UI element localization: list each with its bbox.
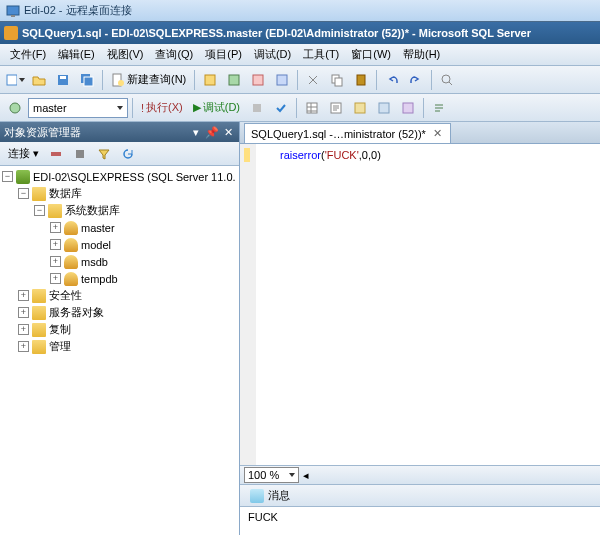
expand-icon[interactable]: + bbox=[50, 273, 61, 284]
menu-view[interactable]: 视图(V) bbox=[101, 45, 150, 64]
expand-icon[interactable]: + bbox=[50, 239, 61, 250]
tree-management-node[interactable]: + 管理 bbox=[2, 338, 237, 355]
database-selector[interactable]: master bbox=[28, 98, 128, 118]
toolbar-btn-1[interactable] bbox=[199, 69, 221, 91]
menu-file[interactable]: 文件(F) bbox=[4, 45, 52, 64]
app-titlebar: SQLQuery1.sql - EDI-02\SQLEXPRESS.master… bbox=[0, 22, 600, 44]
svg-rect-1 bbox=[11, 15, 15, 17]
new-query-button[interactable]: 新建查询(N) bbox=[107, 70, 190, 89]
change-connection-button[interactable] bbox=[4, 97, 26, 119]
menu-tools[interactable]: 工具(T) bbox=[297, 45, 345, 64]
save-button[interactable] bbox=[52, 69, 74, 91]
toolbar-btn-3[interactable] bbox=[247, 69, 269, 91]
menu-window[interactable]: 窗口(W) bbox=[345, 45, 397, 64]
folder-icon bbox=[32, 289, 46, 303]
svg-point-16 bbox=[442, 75, 450, 83]
expand-icon[interactable]: + bbox=[18, 324, 29, 335]
svg-point-17 bbox=[10, 103, 20, 113]
tree-db-master[interactable]: + master bbox=[2, 219, 237, 236]
debug-button[interactable]: ▶ 调试(D) bbox=[189, 98, 244, 117]
comment-button[interactable] bbox=[428, 97, 450, 119]
expand-icon[interactable]: + bbox=[50, 256, 61, 267]
collapse-icon[interactable]: − bbox=[34, 205, 45, 216]
pin-icon[interactable]: 📌 bbox=[205, 125, 219, 139]
object-explorer-toolbar: 连接 ▾ bbox=[0, 142, 239, 166]
menu-debug[interactable]: 调试(D) bbox=[248, 45, 297, 64]
zoom-dropdown-icon[interactable]: ◂ bbox=[299, 464, 313, 486]
svg-rect-9 bbox=[205, 75, 215, 85]
close-tab-icon[interactable]: ✕ bbox=[432, 128, 444, 140]
toolbar-btn-2[interactable] bbox=[223, 69, 245, 91]
svg-rect-14 bbox=[335, 78, 342, 86]
new-project-button[interactable] bbox=[4, 69, 26, 91]
svg-rect-23 bbox=[403, 103, 413, 113]
results-tab-bar: 消息 bbox=[240, 485, 600, 507]
toolbar-btn-q3[interactable] bbox=[397, 97, 419, 119]
zoom-selector[interactable]: 100 % bbox=[244, 467, 299, 483]
disconnect-button[interactable] bbox=[45, 143, 67, 165]
find-button[interactable] bbox=[436, 69, 458, 91]
tree-replication-node[interactable]: + 复制 bbox=[2, 321, 237, 338]
messages-tab[interactable]: 消息 bbox=[244, 486, 296, 505]
refresh-button[interactable] bbox=[117, 143, 139, 165]
object-explorer-title: 对象资源管理器 ▾ 📌 ✕ bbox=[0, 122, 239, 142]
stop-button[interactable] bbox=[246, 97, 268, 119]
parse-button[interactable] bbox=[270, 97, 292, 119]
toolbar-btn-4[interactable] bbox=[271, 69, 293, 91]
expand-icon[interactable]: + bbox=[18, 290, 29, 301]
expand-icon[interactable]: + bbox=[18, 341, 29, 352]
collapse-icon[interactable]: − bbox=[18, 188, 29, 199]
svg-rect-6 bbox=[84, 77, 93, 86]
tree-system-db-node[interactable]: − 系统数据库 bbox=[2, 202, 237, 219]
save-all-button[interactable] bbox=[76, 69, 98, 91]
toolbar-btn-q1[interactable] bbox=[349, 97, 371, 119]
execute-button[interactable]: ! 执行(X) bbox=[137, 98, 187, 117]
tree-databases-node[interactable]: − 数据库 bbox=[2, 185, 237, 202]
undo-button[interactable] bbox=[381, 69, 403, 91]
collapse-icon[interactable]: − bbox=[2, 171, 13, 182]
tree-db-tempdb[interactable]: + tempdb bbox=[2, 270, 237, 287]
tree-server-objects-node[interactable]: + 服务器对象 bbox=[2, 304, 237, 321]
server-icon bbox=[16, 170, 30, 184]
tree-server-node[interactable]: − EDI-02\SQLEXPRESS (SQL Server 11.0. bbox=[2, 168, 237, 185]
copy-button[interactable] bbox=[326, 69, 348, 91]
svg-rect-15 bbox=[357, 75, 365, 85]
app-title: SQLQuery1.sql - EDI-02\SQLEXPRESS.master… bbox=[22, 27, 531, 39]
menu-project[interactable]: 项目(P) bbox=[199, 45, 248, 64]
close-icon[interactable]: ✕ bbox=[221, 125, 235, 139]
rdp-title: Edi-02 - 远程桌面连接 bbox=[24, 3, 132, 18]
expand-icon[interactable]: + bbox=[18, 307, 29, 318]
tree-db-msdb[interactable]: + msdb bbox=[2, 253, 237, 270]
database-icon bbox=[64, 221, 78, 235]
toolbar-btn-q2[interactable] bbox=[373, 97, 395, 119]
svg-rect-10 bbox=[229, 75, 239, 85]
folder-icon bbox=[32, 323, 46, 337]
svg-rect-11 bbox=[253, 75, 263, 85]
menu-edit[interactable]: 编辑(E) bbox=[52, 45, 101, 64]
results-grid-button[interactable] bbox=[301, 97, 323, 119]
rdp-titlebar: Edi-02 - 远程桌面连接 bbox=[0, 0, 600, 22]
dropdown-icon[interactable]: ▾ bbox=[189, 125, 203, 139]
filter-button[interactable] bbox=[93, 143, 115, 165]
open-button[interactable] bbox=[28, 69, 50, 91]
results-pane[interactable]: FUCK bbox=[240, 507, 600, 535]
folder-icon bbox=[32, 306, 46, 320]
ssms-icon bbox=[4, 26, 18, 40]
results-text-button[interactable] bbox=[325, 97, 347, 119]
svg-rect-22 bbox=[379, 103, 389, 113]
cut-button[interactable] bbox=[302, 69, 324, 91]
connect-button[interactable]: 连接 ▾ bbox=[4, 144, 43, 163]
editor-tab[interactable]: SQLQuery1.sql -…ministrator (52))* ✕ bbox=[244, 123, 451, 143]
menu-help[interactable]: 帮助(H) bbox=[397, 45, 446, 64]
paste-button[interactable] bbox=[350, 69, 372, 91]
tree-security-node[interactable]: + 安全性 bbox=[2, 287, 237, 304]
object-tree[interactable]: − EDI-02\SQLEXPRESS (SQL Server 11.0. − … bbox=[0, 166, 239, 535]
redo-button[interactable] bbox=[405, 69, 427, 91]
svg-rect-4 bbox=[60, 76, 66, 79]
sql-editor[interactable]: raiserror('FUCK',0,0) bbox=[240, 144, 600, 465]
chevron-down-icon bbox=[289, 473, 295, 477]
expand-icon[interactable]: + bbox=[50, 222, 61, 233]
tree-db-model[interactable]: + model bbox=[2, 236, 237, 253]
stop-button-2[interactable] bbox=[69, 143, 91, 165]
menu-query[interactable]: 查询(Q) bbox=[149, 45, 199, 64]
